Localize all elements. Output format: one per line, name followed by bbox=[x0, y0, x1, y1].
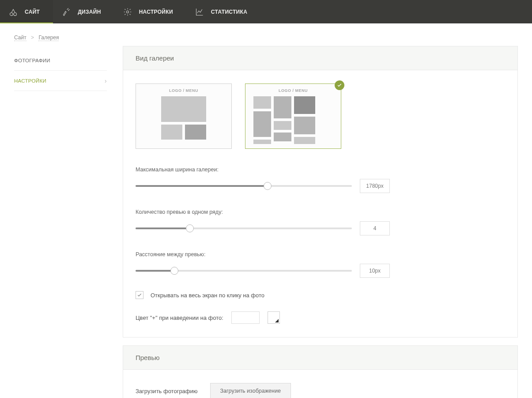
svg-point-0 bbox=[10, 12, 13, 15]
checkbox-fullscreen[interactable] bbox=[136, 291, 143, 299]
stats-icon bbox=[195, 8, 204, 16]
topnav-label: СТАТИСТИКА bbox=[211, 9, 247, 15]
color-label: Цвет "+" при наведении на фото: bbox=[136, 315, 223, 321]
breadcrumb-link[interactable]: Галерея bbox=[38, 34, 59, 41]
sidebar-item-settings[interactable]: НАСТРОЙКИ › bbox=[14, 71, 107, 91]
layout-options: LOGO / MENU LOGO / MENU bbox=[136, 83, 505, 149]
layout-thumbnail bbox=[253, 96, 333, 144]
topnav-item-site[interactable]: САЙТ bbox=[0, 0, 53, 23]
slider-value-preview-gap[interactable]: 10px bbox=[360, 264, 390, 278]
checkbox-fullscreen-label: Открывать на весь экран по клику на фото bbox=[151, 292, 264, 299]
layout-option-simple[interactable]: LOGO / MENU bbox=[136, 83, 232, 149]
slider-label-preview-gap: Расстояние между превью: bbox=[136, 251, 505, 258]
svg-point-1 bbox=[14, 12, 17, 15]
layout-option-masonry[interactable]: LOGO / MENU bbox=[245, 83, 341, 149]
panel-title: Превью bbox=[123, 346, 517, 370]
site-icon bbox=[9, 8, 18, 16]
slider-label-max-width: Максимальная ширина галереи: bbox=[136, 167, 505, 173]
layout-thumbnail bbox=[144, 96, 223, 140]
breadcrumb-separator: > bbox=[31, 34, 34, 41]
breadcrumb: Сайт > Галерея bbox=[0, 23, 532, 46]
panel-preview: Превью Загрузить фотографию Загрузить из… bbox=[123, 345, 518, 398]
topnav-label: САЙТ bbox=[25, 9, 40, 15]
topnav-item-settings[interactable]: НАСТРОЙКИ bbox=[114, 0, 186, 23]
panel-title: Вид галереи bbox=[123, 46, 517, 70]
sidebar-item-label: ФОТОГРАФИИ bbox=[14, 58, 50, 63]
chevron-right-icon: › bbox=[105, 77, 107, 84]
svg-point-2 bbox=[126, 11, 128, 13]
upload-button[interactable]: Загрузить изображение bbox=[210, 383, 291, 398]
topnav-label: ДИЗАЙН bbox=[78, 9, 101, 15]
topnav-item-statistics[interactable]: СТАТИСТИКА bbox=[186, 0, 260, 23]
slider-value-preview-count[interactable]: 4 bbox=[360, 221, 390, 235]
slider-preview-count[interactable] bbox=[136, 224, 352, 232]
sidebar-item-photos[interactable]: ФОТОГРАФИИ bbox=[14, 50, 107, 71]
settings-icon bbox=[123, 8, 132, 16]
upload-label: Загрузить фотографию bbox=[136, 388, 198, 394]
slider-preview-gap[interactable] bbox=[136, 267, 352, 275]
top-nav: САЙТ ДИЗАЙН НАСТРОЙКИ СТАТИСТИКА bbox=[0, 0, 532, 23]
sidebar-item-label: НАСТРОЙКИ bbox=[14, 78, 46, 83]
breadcrumb-link[interactable]: Сайт bbox=[14, 34, 26, 41]
check-icon bbox=[335, 80, 344, 90]
panel-gallery-view: Вид галереи LOGO / MENU LOGO / MENU bbox=[123, 46, 518, 337]
topnav-item-design[interactable]: ДИЗАЙН bbox=[53, 0, 114, 23]
slider-max-width[interactable] bbox=[136, 182, 352, 190]
color-picker-trigger[interactable] bbox=[268, 311, 280, 324]
slider-label-preview-count: Количество превью в одном ряду: bbox=[136, 209, 505, 215]
slider-value-max-width[interactable]: 1780px bbox=[360, 179, 390, 193]
layout-option-label: LOGO / MENU bbox=[253, 88, 333, 93]
design-icon bbox=[62, 8, 71, 16]
sidebar: ФОТОГРАФИИ НАСТРОЙКИ › bbox=[14, 46, 107, 398]
topnav-label: НАСТРОЙКИ bbox=[139, 9, 173, 15]
layout-option-label: LOGO / MENU bbox=[144, 88, 223, 93]
color-swatch[interactable] bbox=[231, 311, 260, 324]
